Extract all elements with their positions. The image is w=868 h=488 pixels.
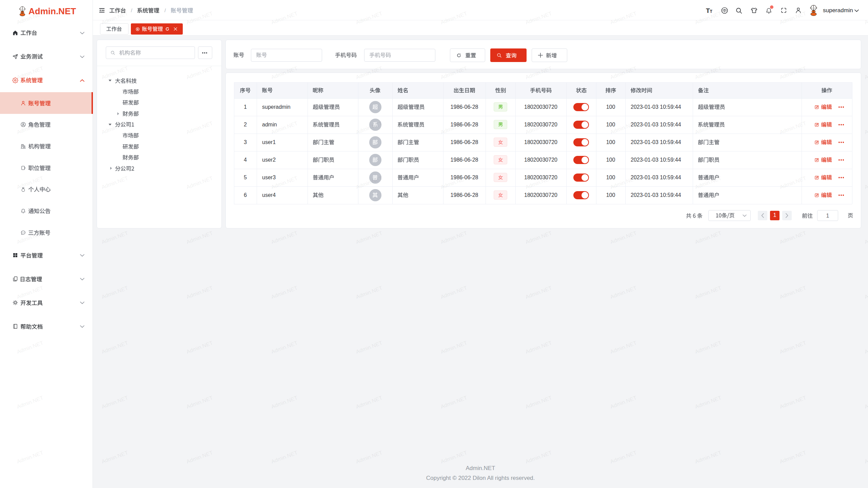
svg-text:Admin.NET: Admin.NET (694, 450, 722, 465)
svg-text:Admin.NET: Admin.NET (355, 230, 383, 245)
svg-text:Admin.NET: Admin.NET (864, 175, 868, 190)
svg-text:Admin.NET: Admin.NET (355, 340, 383, 355)
svg-text:Admin.NET: Admin.NET (440, 340, 468, 355)
svg-text:Admin.NET: Admin.NET (779, 230, 807, 245)
svg-text:Admin.NET: Admin.NET (864, 120, 868, 135)
svg-text:Admin.NET: Admin.NET (270, 450, 298, 465)
svg-text:Admin.NET: Admin.NET (270, 340, 298, 355)
svg-text:Admin.NET: Admin.NET (609, 450, 637, 465)
svg-text:Admin.NET: Admin.NET (101, 285, 129, 300)
svg-text:Admin.NET: Admin.NET (694, 230, 722, 245)
svg-text:Admin.NET: Admin.NET (525, 340, 553, 355)
svg-text:Admin.NET: Admin.NET (525, 395, 553, 410)
svg-text:Admin.NET: Admin.NET (101, 450, 129, 465)
svg-text:Admin.NET: Admin.NET (270, 285, 298, 300)
svg-text:Admin.NET: Admin.NET (440, 285, 468, 300)
svg-text:Admin.NET: Admin.NET (694, 340, 722, 355)
svg-text:Admin.NET: Admin.NET (694, 395, 722, 410)
svg-text:Admin.NET: Admin.NET (355, 395, 383, 410)
svg-text:Admin.NET: Admin.NET (779, 395, 807, 410)
svg-text:Admin.NET: Admin.NET (185, 285, 214, 300)
svg-text:Admin.NET: Admin.NET (864, 340, 868, 355)
svg-text:Admin.NET: Admin.NET (185, 230, 214, 245)
svg-text:Admin.NET: Admin.NET (864, 65, 868, 80)
svg-text:Admin.NET: Admin.NET (270, 395, 298, 410)
svg-text:Admin.NET: Admin.NET (609, 230, 637, 245)
svg-text:Admin.NET: Admin.NET (185, 450, 214, 465)
svg-text:Admin.NET: Admin.NET (864, 450, 868, 465)
svg-text:Admin.NET: Admin.NET (355, 285, 383, 300)
svg-text:Admin.NET: Admin.NET (864, 395, 868, 410)
svg-text:Admin.NET: Admin.NET (270, 230, 298, 245)
svg-text:Admin.NET: Admin.NET (440, 395, 468, 410)
svg-text:Admin.NET: Admin.NET (440, 230, 468, 245)
svg-text:Admin.NET: Admin.NET (101, 230, 129, 245)
svg-text:Admin.NET: Admin.NET (101, 395, 129, 410)
svg-text:Admin.NET: Admin.NET (101, 340, 129, 355)
svg-text:Admin.NET: Admin.NET (185, 395, 214, 410)
svg-text:Admin.NET: Admin.NET (185, 340, 214, 355)
svg-text:Admin.NET: Admin.NET (440, 450, 468, 465)
svg-text:Admin.NET: Admin.NET (525, 230, 553, 245)
svg-text:Admin.NET: Admin.NET (525, 450, 553, 465)
svg-text:Admin.NET: Admin.NET (609, 285, 637, 300)
svg-text:Admin.NET: Admin.NET (864, 285, 868, 300)
svg-text:Admin.NET: Admin.NET (609, 395, 637, 410)
svg-text:Admin.NET: Admin.NET (525, 285, 553, 300)
svg-text:Admin.NET: Admin.NET (694, 285, 722, 300)
svg-text:Admin.NET: Admin.NET (609, 340, 637, 355)
svg-text:Admin.NET: Admin.NET (779, 285, 807, 300)
svg-text:Admin.NET: Admin.NET (355, 450, 383, 465)
svg-text:Admin.NET: Admin.NET (779, 340, 807, 355)
svg-text:Admin.NET: Admin.NET (779, 450, 807, 465)
svg-text:Admin.NET: Admin.NET (864, 230, 868, 245)
